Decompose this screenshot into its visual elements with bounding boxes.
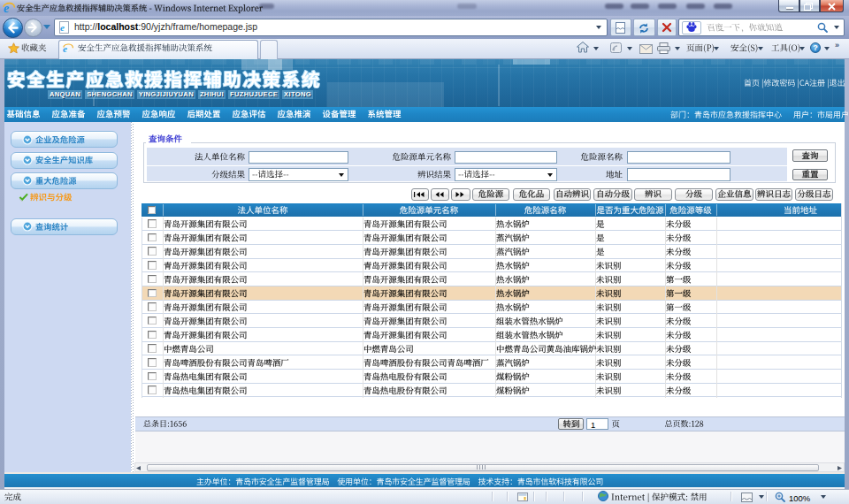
svg-text:e: e	[60, 22, 65, 33]
